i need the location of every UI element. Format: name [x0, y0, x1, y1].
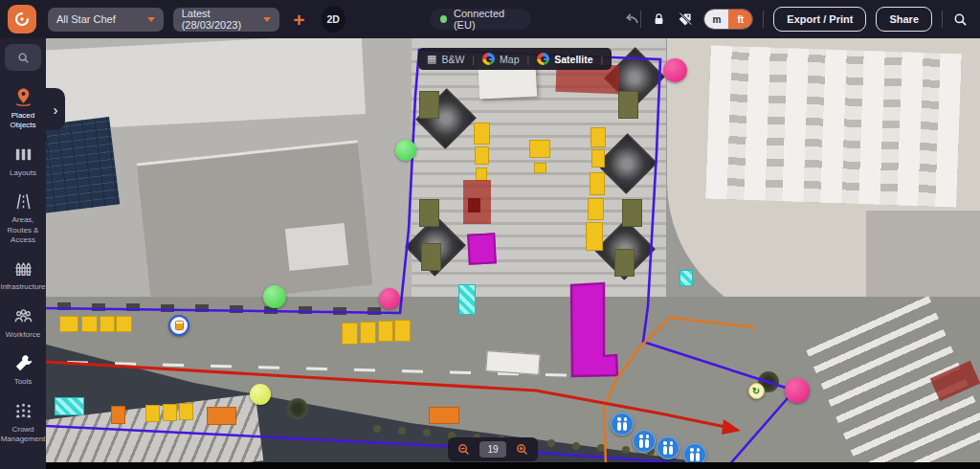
map-object-yellow[interactable] — [360, 322, 376, 344]
zoom-out-button[interactable] — [457, 442, 471, 457]
2d-view-toggle[interactable]: 2D — [322, 6, 345, 33]
layouts-icon — [12, 144, 34, 166]
map-marker-pink[interactable] — [379, 288, 400, 309]
map-object-yellow[interactable] — [59, 316, 78, 332]
sidewalk-bench — [57, 302, 71, 310]
export-print-button[interactable]: Export / Print — [773, 7, 866, 32]
map-object-cyan[interactable] — [679, 270, 693, 286]
map-object-yellow[interactable] — [590, 172, 605, 195]
layer-satellite-button[interactable]: Satellite — [537, 53, 592, 65]
sidewalk-bench — [333, 307, 346, 315]
map-object-magenta[interactable] — [467, 233, 497, 264]
map-marker-pink[interactable] — [785, 378, 810, 403]
chevron-down-icon — [147, 17, 155, 22]
map-object-yellow[interactable] — [588, 198, 604, 220]
map-marker-pink[interactable] — [663, 58, 687, 82]
app-logo[interactable] — [8, 5, 36, 34]
map-object-yellow[interactable] — [100, 316, 115, 332]
share-button[interactable]: Share — [876, 7, 932, 32]
sidebar-expand-chevron[interactable]: › — [46, 88, 65, 130]
map-object-yellow[interactable] — [81, 316, 98, 332]
map-object-orange[interactable] — [111, 406, 125, 424]
divider: | — [527, 54, 530, 65]
unit-metres-option[interactable]: m — [704, 10, 728, 29]
workforce-icon — [12, 305, 34, 327]
sidebar-item-areas-routes-access[interactable]: Areas, Routes & Access — [0, 190, 46, 245]
plaza-planting — [618, 91, 638, 119]
labels-off-tag-icon[interactable] — [677, 11, 694, 28]
sidebar-item-crowd-management[interactable]: Crowd Management — [0, 400, 46, 445]
sidebar-item-placed-objects[interactable]: Placed Objects — [0, 86, 46, 131]
sidebar-item-label: Infrastructure — [0, 282, 46, 292]
divider: | — [472, 54, 475, 65]
map-marker-toilet[interactable] — [633, 430, 656, 453]
sidebar-item-workforce[interactable]: Workforce — [0, 305, 46, 340]
unit-toggle[interactable]: m ft — [703, 9, 753, 30]
sidebar-item-layouts[interactable]: Layouts — [0, 144, 46, 178]
sidebar-search-button[interactable] — [5, 44, 41, 71]
version-selector-dropdown[interactable]: Latest (28/03/2023) — [173, 8, 280, 32]
map-canvas[interactable]: ↻ ▦ B&W | Map | Satellite | — [0, 38, 980, 469]
plaza-planting — [419, 91, 439, 119]
plaza-planting — [419, 199, 439, 227]
map-object-yellow[interactable] — [378, 321, 393, 342]
map-object-cyan[interactable] — [55, 397, 84, 415]
map-marker-lime[interactable] — [250, 384, 271, 405]
map-object-yellow[interactable] — [116, 316, 132, 332]
divider — [640, 11, 641, 28]
map-object-cyan[interactable] — [458, 284, 476, 315]
map-marker-toilet[interactable] — [611, 413, 634, 436]
rooftop-units — [705, 45, 961, 207]
undo-button[interactable] — [622, 11, 640, 29]
sidewalk-bench — [92, 303, 105, 311]
map-object-yellow[interactable] — [590, 127, 606, 147]
sidebar-item-infrastructure[interactable]: Infrastructure — [0, 257, 46, 292]
roof-block — [285, 223, 348, 271]
infrastructure-icon — [12, 257, 34, 279]
map-layer-control: ▦ B&W | Map | Satellite | — [418, 48, 612, 70]
unit-feet-option[interactable]: ft — [728, 10, 752, 29]
event-selector-dropdown[interactable]: All Star Chef — [48, 8, 164, 32]
layer-bw-button[interactable]: ▦ B&W — [427, 54, 464, 65]
median-tree — [572, 442, 580, 450]
map-object-yellow[interactable] — [179, 403, 193, 420]
map-marker-green[interactable] — [263, 285, 286, 308]
map-object-yellow[interactable] — [145, 405, 160, 422]
sidewalk-bench — [230, 305, 243, 313]
sidewalk-bench — [126, 303, 140, 311]
map-object-yellow[interactable] — [529, 140, 550, 158]
sidewalk-bench — [299, 306, 312, 314]
map-object-yellow[interactable] — [591, 149, 605, 168]
map-object-yellow[interactable] — [475, 146, 489, 165]
sidebar-item-label: Workforce — [5, 330, 41, 340]
divider: | — [601, 54, 604, 65]
map-object-orange[interactable] — [429, 407, 459, 424]
zoom-in-button[interactable] — [515, 442, 529, 457]
plaza-planting — [614, 249, 635, 277]
sidebar-item-tools[interactable]: Tools — [0, 352, 46, 387]
map-object-redinner[interactable] — [468, 198, 480, 212]
app-window: ↻ ▦ B&W | Map | Satellite | — [0, 0, 980, 469]
map-marker-recycle[interactable]: ↻ — [748, 383, 765, 399]
layer-map-button[interactable]: Map — [482, 53, 519, 65]
connected-dot-icon — [440, 15, 447, 23]
map-object-yellow[interactable] — [163, 404, 177, 421]
map-object-yellow[interactable] — [394, 320, 411, 342]
lock-icon[interactable] — [651, 11, 667, 28]
map-object-orange[interactable] — [207, 407, 236, 425]
search-icon[interactable] — [952, 11, 969, 28]
map-object-yellow[interactable] — [586, 222, 603, 251]
map-object-yellow[interactable] — [474, 123, 490, 145]
truck — [485, 350, 540, 375]
version-selector-value: Latest (28/03/2023) — [182, 8, 255, 31]
map-marker-toilet[interactable] — [657, 436, 679, 459]
sidebar-item-label: Tools — [13, 377, 33, 387]
map-object-yellow[interactable] — [476, 168, 487, 181]
add-version-button[interactable]: + — [293, 10, 304, 30]
map-object-yellow[interactable] — [534, 163, 546, 173]
map-marker-green[interactable] — [395, 140, 416, 161]
map-object-yellow[interactable] — [342, 323, 358, 345]
sidebar-item-label: Areas, Routes & Access — [0, 215, 46, 245]
map-marker-beer[interactable] — [168, 315, 189, 336]
plaza-planting — [622, 199, 642, 227]
